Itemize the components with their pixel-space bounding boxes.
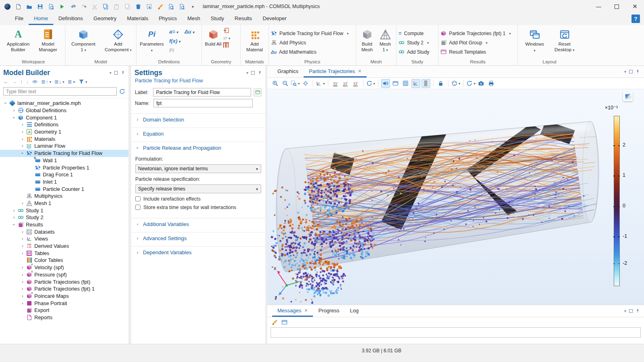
windows-button[interactable]: Windows: [522, 26, 547, 59]
float-panel-icon[interactable]: [629, 70, 633, 73]
tab-graphics[interactable]: Graphics: [272, 66, 304, 77]
cut-icon[interactable]: [91, 3, 98, 10]
zoom-extents-icon[interactable]: [301, 79, 310, 88]
tree-item[interactable]: ›Velocity (spf): [0, 264, 128, 271]
section-particle-release[interactable]: ›Particle Release and Propagation: [131, 142, 265, 153]
tree-item[interactable]: ›Phase Portrait: [0, 299, 128, 307]
reset-desktop-button[interactable]: Reset Desktop: [552, 26, 577, 59]
add-study-button[interactable]: Add Study: [399, 48, 429, 56]
tree-item[interactable]: ›Component 1: [0, 114, 128, 121]
rarefaction-checkbox[interactable]: [135, 196, 141, 201]
tree-item[interactable]: ›Multiphysics: [0, 193, 128, 200]
tree-item[interactable]: ›Export: [0, 307, 128, 314]
collapse-all-icon[interactable]: ≣↓: [55, 79, 65, 85]
forward-icon[interactable]: →: [12, 79, 17, 85]
pin-panel-icon[interactable]: [258, 71, 262, 75]
float-panel-icon[interactable]: [114, 71, 118, 75]
menu-tab-study[interactable]: Study: [206, 13, 229, 25]
close-tab-icon[interactable]: ✕: [358, 69, 361, 74]
zoom-out-icon[interactable]: [281, 79, 289, 88]
move-up-icon[interactable]: ↑: [20, 79, 23, 85]
compute-button[interactable]: = Compute: [399, 29, 429, 38]
rename-button[interactable]: [254, 88, 262, 96]
study2-button[interactable]: Study 2: [399, 38, 429, 47]
add-material-button[interactable]: Add Material: [243, 26, 266, 59]
scene-update-icon[interactable]: [466, 79, 475, 88]
rotate-view-icon[interactable]: [366, 79, 375, 88]
tree-item[interactable]: ›Reports: [0, 314, 128, 321]
orientation-axes-icon[interactable]: [411, 79, 420, 88]
panel-splitter[interactable]: [128, 66, 131, 344]
tree-item[interactable]: ›Wall 1: [0, 157, 128, 164]
tree-item[interactable]: ›Particle Tracing for Fluid Flow: [0, 150, 128, 157]
view-xz-icon[interactable]: xz: [351, 79, 360, 88]
save-icon[interactable]: [37, 3, 44, 10]
section-domain-selection[interactable]: ›Domain Selection: [131, 114, 265, 125]
customize-toolbar-icon[interactable]: ▾: [189, 3, 196, 10]
tab-particle-trajectories[interactable]: Particle Trajectories✕: [304, 66, 367, 77]
build-all-button[interactable]: Build All: [204, 26, 222, 59]
close-tab-icon[interactable]: ✕: [304, 308, 308, 313]
section-equation[interactable]: ›Equation: [131, 128, 265, 139]
messages-output[interactable]: [271, 327, 641, 338]
parameters-button[interactable]: Pi Parameters: [138, 26, 165, 59]
import-geometry-icon[interactable]: [223, 27, 230, 33]
panel-menu-icon[interactable]: ▾: [246, 71, 248, 75]
go-to-view-icon[interactable]: [316, 79, 325, 88]
scene-light-icon[interactable]: [391, 79, 400, 88]
panel-menu-icon[interactable]: ▾: [109, 71, 111, 75]
model-manager-button[interactable]: Model Manager: [34, 26, 63, 59]
tree-item[interactable]: ›Inlet 1: [0, 178, 128, 186]
build-mesh-button[interactable]: Build Mesh: [358, 26, 376, 59]
paste-icon[interactable]: [113, 3, 120, 10]
menu-tab-results[interactable]: Results: [229, 13, 257, 25]
maximize-button[interactable]: [608, 0, 626, 13]
tree-item[interactable]: ›Results: [0, 221, 128, 228]
menu-tab-mesh[interactable]: Mesh: [182, 13, 206, 25]
tree-item[interactable]: ›Geometry 1: [0, 128, 128, 136]
tree-item[interactable]: ›Global Definitions: [0, 107, 128, 114]
mesh1-button[interactable]: Mesh1: [377, 26, 394, 59]
tree-item[interactable]: ›Definitions: [0, 121, 128, 128]
open-file-icon[interactable]: [26, 3, 33, 10]
application-builder-button[interactable]: A Application Builder: [4, 26, 33, 59]
move-down-icon[interactable]: ↓: [26, 79, 29, 85]
add-mathematics-button[interactable]: Δu Add Mathematics: [271, 48, 348, 56]
float-panel-icon[interactable]: [251, 71, 255, 75]
label-input[interactable]: [153, 88, 251, 96]
close-button[interactable]: ✕: [626, 0, 644, 13]
graphics-canvas[interactable]: ×10⁻³ x y z 210-1-2: [267, 89, 644, 305]
transparency-icon[interactable]: [381, 79, 390, 88]
tree-item[interactable]: ›Views: [0, 235, 128, 243]
update-geometry-icon[interactable]: ⇄: [223, 35, 230, 41]
release-spec-select[interactable]: Specify release times: [135, 184, 261, 193]
pin-panel-icon[interactable]: [636, 309, 640, 313]
grid-icon[interactable]: [401, 79, 410, 88]
tree-item[interactable]: ›Particle Counter 1: [0, 185, 128, 193]
help-button[interactable]: ?: [631, 15, 640, 23]
tree-item[interactable]: ›Drag Force 1: [0, 171, 128, 178]
pin-panel-icon[interactable]: [121, 71, 125, 75]
menu-tab-physics[interactable]: Physics: [153, 13, 182, 25]
snapshot-icon[interactable]: [476, 79, 485, 88]
zoom-in-icon[interactable]: [271, 79, 279, 88]
select-brush-icon[interactable]: [157, 3, 164, 10]
run-icon[interactable]: [59, 3, 65, 10]
partition-icon[interactable]: [223, 42, 229, 48]
expand-all-icon[interactable]: ≣↑: [41, 79, 51, 85]
add-plot-group-button[interactable]: Add Plot Group: [441, 38, 511, 47]
tree-item[interactable]: ›laminar_mixer_particle.mph: [0, 100, 128, 107]
back-icon[interactable]: ←: [3, 79, 8, 85]
undo-icon[interactable]: ↶▾: [69, 3, 76, 10]
pin-panel-icon[interactable]: [636, 69, 640, 74]
tree-item[interactable]: ›Tables: [0, 249, 128, 257]
select-box-icon[interactable]: [146, 3, 153, 10]
tree-item[interactable]: ›Study 2: [0, 214, 128, 221]
filter-icon[interactable]: [78, 79, 87, 85]
delete-icon[interactable]: [135, 3, 142, 10]
tree-item[interactable]: ›Pressure (spf): [0, 271, 128, 278]
view-yz-icon[interactable]: yz: [341, 79, 350, 88]
tree-filter-input[interactable]: [3, 87, 117, 96]
float-panel-icon[interactable]: [629, 309, 633, 313]
variables-button[interactable]: a=: [169, 29, 178, 35]
